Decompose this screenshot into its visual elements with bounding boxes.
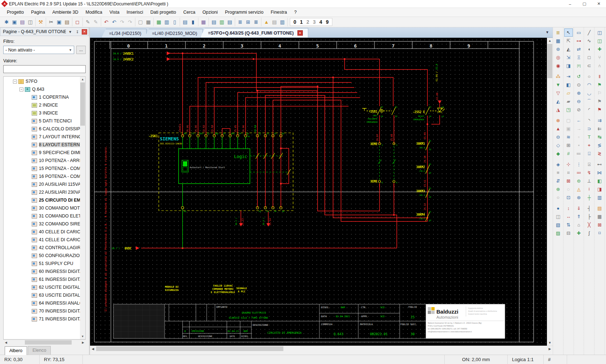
tool-icon-1-7[interactable]: ▼ (554, 81, 562, 89)
new-project-icon[interactable]: ✱ (3, 18, 10, 26)
goto-icon[interactable]: ≣ (252, 18, 260, 26)
report-edit-icon[interactable]: ▥ (278, 18, 286, 26)
tool-icon-2-7[interactable]: ◧ (564, 81, 573, 89)
tool-icon-2-11[interactable]: ▢ (564, 116, 573, 125)
tool-icon-5-10[interactable]: ⚑ (595, 105, 604, 114)
menu-item-[interactable]: ? (291, 9, 300, 16)
scale-number-2[interactable]: 2 (305, 18, 311, 26)
tool-icon-4-17[interactable]: ↯ (585, 168, 593, 177)
tool-icon-2-18[interactable]: ⊠ (564, 177, 573, 185)
menu-item-inserisci[interactable]: Inserisci (124, 9, 147, 16)
tool-icon-1-1[interactable]: ≣ (554, 28, 562, 37)
page-navigator-icon[interactable]: ▤ (18, 18, 26, 26)
tool-icon-1-18[interactable]: ⇵ (554, 177, 562, 185)
scale-number-4[interactable]: 4 (318, 18, 324, 26)
tree-item-41-celle-di-caric[interactable]: 41 CELLE DI CARIC (4, 236, 80, 244)
scrollbar-thumb[interactable] (80, 82, 85, 126)
tool-icon-4-15[interactable]: ⌻ (585, 149, 593, 158)
tree-item-q-643[interactable]: −Q.643 (4, 85, 80, 93)
tool-icon-4-1[interactable]: ╱ (585, 28, 593, 37)
tool-icon-5-20[interactable]: ▥ (595, 193, 604, 202)
sidebar-tab-albero[interactable]: Albero (5, 346, 27, 355)
scroll-left-icon[interactable]: ◀ (90, 346, 96, 352)
tool-icon-1-8[interactable]: ▽ (554, 89, 562, 97)
scroll-right-icon[interactable]: ▶ (547, 346, 553, 352)
tree-item-40-celle-di-caric[interactable]: 40 CELLE DI CARIC (4, 228, 80, 236)
tool-icon-1-23[interactable]: ▧ (554, 221, 562, 229)
tool-icon-5-19[interactable]: ◨ (595, 185, 604, 193)
undo-icon[interactable]: ↶ (102, 18, 110, 26)
tool-icon-3-16[interactable]: ⋮ (574, 160, 583, 168)
macro-navigator-icon[interactable]: ▦ (199, 18, 207, 26)
tool-icon-4-19[interactable]: ⍿ (585, 185, 593, 193)
tool-icon-2-15[interactable]: # (564, 149, 573, 158)
tool-icon-1-13[interactable]: ⊖ (554, 133, 562, 141)
tool-icon-2-13[interactable]: ≋ (564, 133, 573, 141)
tool-icon-1-12[interactable]: ▲ (554, 125, 562, 133)
scale-number-9[interactable]: 9 (324, 18, 331, 26)
tool-icon-1-19[interactable]: ⊕ (554, 185, 562, 193)
tree-item-61-ingressi-digita[interactable]: 61 INGRESSI DIGITA (4, 275, 80, 283)
tool-icon-2-24[interactable]: ⊟ (564, 229, 573, 237)
tree-item-16-potenza-coma[interactable]: 16 POTENZA - COMA (4, 172, 80, 180)
scrollbar-thumb[interactable] (547, 44, 552, 78)
tree-item-60-ingressi-digita[interactable]: 60 INGRESSI DIGITA (4, 268, 80, 275)
tool-icon-1-15[interactable]: ◆ (554, 149, 562, 158)
schematic-canvas[interactable]: 0123456789Il presente disegno è di propr… (90, 38, 547, 346)
menu-item-finestra[interactable]: Finestra (268, 9, 290, 16)
device-navigator-icon[interactable]: ▦ (155, 18, 163, 26)
tree-item-32-comando-siren[interactable]: 32 COMANDO SIREN (4, 220, 80, 228)
print-icon[interactable]: ◫ (26, 18, 34, 26)
tool-icon-3-9[interactable]: ⊖ (574, 97, 583, 105)
minimize-button[interactable]: – (563, 0, 577, 8)
tree-item-25-circuito-di-em[interactable]: 25 CIRCUITO DI EM (4, 196, 80, 204)
tool-icon-3-3[interactable]: ⇄ (574, 45, 583, 53)
check-page-icon[interactable]: ▢ (136, 18, 144, 26)
tool-icon-4-22[interactable]: ├ (585, 212, 593, 221)
tool-icon-5-21[interactable]: ▤ (595, 204, 604, 212)
tool-icon-2-2[interactable]: ⇱ (564, 37, 573, 45)
tool-icon-5-16[interactable]: ⊷ (595, 160, 604, 168)
tool-icon-3-11[interactable]: ← (574, 116, 583, 125)
filter-select[interactable]: - Non attivato - ▼ (3, 46, 74, 54)
tool-icon-3-15[interactable]: ≔ (574, 149, 583, 158)
tool-icon-2-3[interactable]: ◭ (564, 45, 573, 53)
tool-icon-4-9[interactable]: ⌒ (585, 97, 593, 105)
tool-icon-1-21[interactable]: ● (554, 204, 562, 212)
tool-icon-3-20[interactable]: ⊛ (574, 193, 583, 202)
tool-icon-5-12[interactable]: ⇇ (595, 125, 604, 133)
tool-icon-2-8[interactable]: ▱ (564, 89, 573, 97)
document-tab[interactable]: =L/34 (HD2150) (102, 29, 147, 37)
plc-navigator-icon[interactable]: ▤ (181, 18, 189, 26)
tool-icon-4-12[interactable]: ⊃ (585, 125, 593, 133)
tool-icon-4-16[interactable]: ⍓ (585, 160, 593, 168)
tool-icon-3-6[interactable]: ↺ (574, 72, 583, 81)
tool-icon-5-1[interactable]: ◫ (595, 28, 604, 37)
layer-management-icon[interactable]: ≣ (236, 18, 244, 26)
scroll-down-icon[interactable]: ▼ (547, 340, 553, 346)
tree-item-30-comando-mot[interactable]: 30 COMANDO MOT (4, 204, 80, 212)
copy-icon[interactable]: ▣ (55, 18, 63, 26)
panel-dropdown-icon[interactable]: ▼ (67, 30, 73, 34)
tool-icon-2-21[interactable]: ↕ (564, 204, 573, 212)
tool-icon-5-22[interactable]: ▦ (595, 212, 604, 221)
menu-item-modifica[interactable]: Modifica (82, 9, 106, 16)
interruption-navigator-icon[interactable]: ▮ (189, 18, 197, 26)
tool-icon-5-23[interactable]: ⊠ (595, 221, 604, 229)
tool-icon-3-7[interactable]: ⊙ (574, 81, 583, 89)
undo-list-icon[interactable]: ↶ (110, 18, 118, 26)
menu-item-ambiente-3d[interactable]: Ambiente 3D (49, 9, 81, 16)
tool-icon-2-4[interactable]: ⇲ (564, 53, 573, 62)
tool-icon-5-9[interactable]: ⚑ (595, 97, 604, 105)
tool-icon-2-17[interactable]: ⌗ (564, 168, 573, 177)
tool-icon-3-21[interactable]: ⇓ (574, 204, 583, 212)
cut-icon[interactable]: ✂ (47, 18, 55, 26)
delete-selection-icon[interactable]: ◻ (73, 18, 81, 26)
edit-function-icon[interactable]: ▥ (218, 18, 226, 26)
scroll-left-icon[interactable]: ◀ (3, 340, 9, 345)
tab-close-icon[interactable]: ✕ (297, 30, 303, 36)
tree-vertical-scrollbar[interactable]: ▲ ▼ (80, 77, 85, 339)
grid-settings-icon[interactable]: ⊞ (244, 18, 252, 26)
menu-item-pagina[interactable]: Pagina (28, 9, 48, 16)
tree-item-62-uscite-digitali[interactable]: 62 USCITE DIGITALI - (4, 283, 80, 291)
